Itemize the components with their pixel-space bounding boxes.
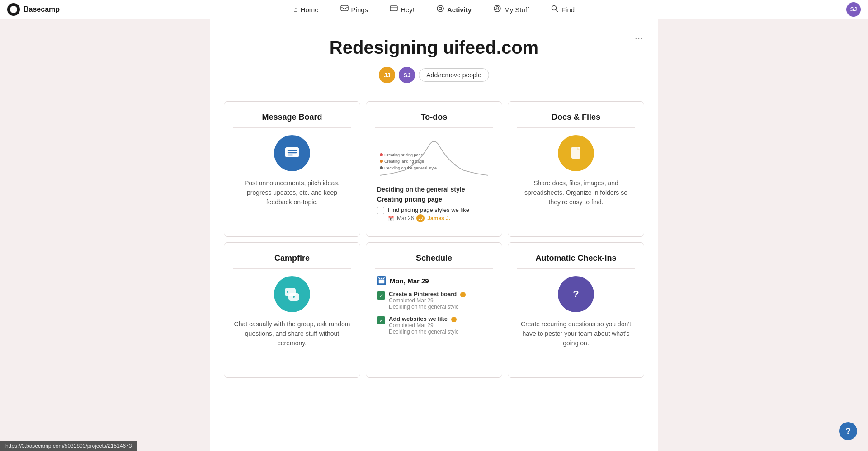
message-board-desc: Post announcements, pitch ideas, progres…	[233, 179, 351, 207]
sched-item-2-content: Add websites we like Completed Mar 29 De…	[389, 315, 459, 335]
docs-files-icon-wrap	[517, 135, 635, 171]
cards-grid: Message Board Post announce	[224, 101, 644, 378]
member-avatar-sj[interactable]: SJ	[399, 67, 415, 83]
svg-line-12	[556, 9, 558, 12]
todo-item-1: Find pricing page styles we like 📅 Mar 2…	[377, 207, 491, 222]
logo-text: Basecamp	[24, 5, 60, 14]
todo-item-details: Find pricing page styles we like 📅 Mar 2…	[388, 207, 469, 222]
hey-icon	[390, 5, 398, 14]
schedule-card[interactable]: Schedule Mon, Mar 29	[366, 242, 502, 378]
mystuff-icon	[493, 5, 501, 14]
todos-legend: Creating pricing page Creating landing p…	[380, 152, 437, 171]
svg-point-4	[439, 7, 442, 10]
user-initials: SJ	[850, 6, 857, 13]
nav-mystuff[interactable]: My Stuff	[490, 3, 533, 16]
message-board-card[interactable]: Message Board Post announce	[224, 101, 360, 237]
sched-done-icon-1: ✓	[377, 291, 385, 300]
member-avatar-jj[interactable]: JJ	[379, 67, 395, 83]
automatic-checkins-card[interactable]: Automatic Check-ins ? Create recurring q…	[508, 242, 644, 378]
todos-chart: Creating pricing page Creating landing p…	[375, 135, 493, 180]
nav-home[interactable]: ⌂ Home	[290, 4, 322, 15]
todos-deciding-title: Deciding on the general style	[377, 186, 491, 193]
todos-title: To-dos	[375, 113, 493, 122]
sched-done-icon-2: ✓	[377, 316, 385, 324]
svg-rect-25	[378, 278, 385, 284]
status-url: https://3.basecamp.com/5031803/projects/…	[5, 443, 132, 449]
docs-files-icon	[558, 135, 594, 171]
nav-pings-label: Pings	[351, 6, 368, 14]
message-board-icon	[274, 135, 310, 171]
find-icon	[551, 5, 559, 14]
campfire-icon-wrap	[233, 276, 351, 312]
docs-files-title: Docs & Files	[517, 113, 635, 122]
checkins-title: Automatic Check-ins	[517, 254, 635, 263]
todo-text: Find pricing page styles we like	[388, 207, 469, 213]
sched-item-2-title: Add websites we like	[389, 315, 459, 322]
schedule-date-text: Mon, Mar 29	[390, 277, 429, 285]
todo-assignee-name: James J.	[427, 215, 450, 221]
svg-rect-20	[577, 147, 580, 150]
docs-files-card[interactable]: Docs & Files Share docs, files, images, …	[508, 101, 644, 237]
sched-assignee-1	[460, 292, 466, 297]
checkins-icon-wrap: ?	[517, 276, 635, 312]
sched-item-2-meta1: Completed Mar 29	[389, 322, 459, 329]
sched-assignee-2	[451, 317, 457, 322]
todo-date: Mar 26	[397, 215, 414, 221]
campfire-card[interactable]: Campfire Chat casually with the group, a…	[224, 242, 360, 378]
svg-point-23	[287, 291, 288, 293]
nav-hey[interactable]: Hey!	[386, 3, 418, 16]
svg-rect-0	[341, 5, 348, 11]
schedule-title: Schedule	[375, 254, 493, 263]
more-icon: ···	[635, 33, 643, 44]
svg-point-10	[496, 7, 499, 9]
sched-item-1-meta1: Completed Mar 29	[389, 297, 466, 304]
pings-icon	[340, 5, 349, 14]
schedule-item-1: ✓ Create a Pinterest board Completed Mar…	[377, 291, 491, 310]
more-options-button[interactable]: ···	[631, 30, 647, 47]
nav-find-label: Find	[561, 6, 575, 14]
campfire-desc: Chat casually with the group, ask random…	[233, 319, 351, 348]
nav-find[interactable]: Find	[547, 3, 578, 16]
project-title: Redesigning uifeed.com	[224, 38, 644, 58]
svg-point-24	[293, 296, 295, 298]
help-button[interactable]: ?	[839, 422, 857, 440]
sched-item-1-content: Create a Pinterest board Completed Mar 2…	[389, 291, 466, 310]
schedule-calendar-icon	[377, 276, 386, 285]
campfire-icon	[274, 276, 310, 312]
todos-content: Deciding on the general style Creating p…	[375, 186, 493, 222]
schedule-content: Mon, Mar 29 ✓ Create a Pinterest board C…	[375, 276, 493, 335]
content-area: ··· Redesigning uifeed.com JJ SJ Add/rem…	[210, 19, 658, 451]
todo-meta: 📅 Mar 26 JJ James J.	[388, 214, 469, 222]
todo-assignee-avatar: JJ	[416, 214, 425, 222]
activity-icon	[436, 5, 444, 14]
sched-item-1-title: Create a Pinterest board	[389, 291, 466, 297]
nav-pings[interactable]: Pings	[337, 3, 372, 16]
svg-rect-1	[390, 6, 397, 11]
main-wrapper: ··· Redesigning uifeed.com JJ SJ Add/rem…	[0, 19, 868, 451]
message-board-title: Message Board	[233, 113, 351, 122]
status-bar: https://3.basecamp.com/5031803/projects/…	[0, 441, 137, 451]
todo-checkbox[interactable]	[377, 207, 384, 214]
nav-mystuff-label: My Stuff	[504, 6, 529, 14]
svg-text:?: ?	[573, 288, 579, 300]
campfire-title: Campfire	[233, 254, 351, 263]
calendar-icon: 📅	[388, 216, 394, 221]
checkins-icon: ?	[558, 276, 594, 312]
nav-activity-label: Activity	[447, 6, 472, 14]
help-icon: ?	[846, 427, 851, 436]
logo-icon	[7, 3, 20, 16]
logo[interactable]: Basecamp	[7, 3, 60, 16]
svg-point-3	[437, 5, 443, 12]
top-navigation: Basecamp ⌂ Home Pings Hey!	[0, 0, 868, 19]
add-remove-people-button[interactable]: Add/remove people	[419, 68, 489, 82]
todos-creating-title: Creating pricing page	[377, 196, 491, 203]
nav-hey-label: Hey!	[401, 6, 415, 14]
schedule-date-header: Mon, Mar 29	[377, 276, 491, 285]
todos-card[interactable]: To-dos Creating pricing page Creating la…	[366, 101, 502, 237]
sched-item-2-meta2: Deciding on the general style	[389, 329, 459, 335]
sched-item-1-meta2: Deciding on the general style	[389, 304, 466, 310]
user-avatar-nav[interactable]: SJ	[846, 2, 861, 17]
nav-activity[interactable]: Activity	[433, 3, 475, 16]
checkins-desc: Create recurring questions so you don't …	[517, 319, 635, 348]
schedule-item-2: ✓ Add websites we like Completed Mar 29 …	[377, 315, 491, 335]
